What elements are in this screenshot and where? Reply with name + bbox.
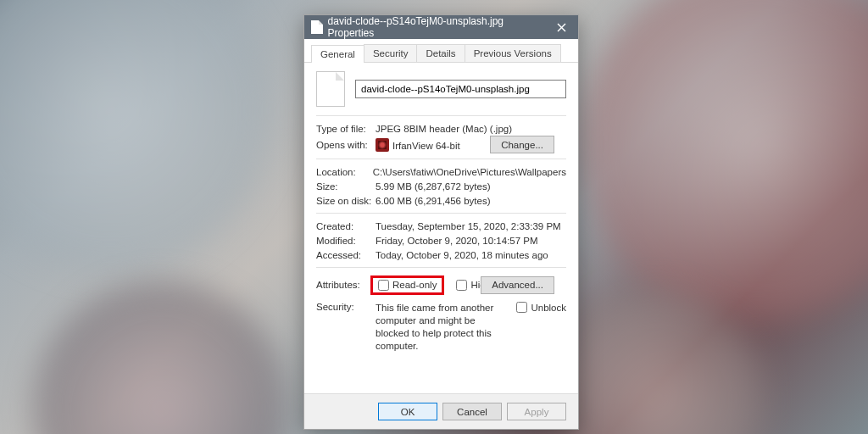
security-text: This file came from another computer and… xyxy=(376,302,503,353)
label-attributes: Attributes: xyxy=(316,280,376,290)
close-button[interactable] xyxy=(545,15,578,39)
label-sizeondisk: Size on disk: xyxy=(316,196,376,206)
unblock-checkbox[interactable] xyxy=(516,302,527,313)
label-created: Created: xyxy=(316,221,376,231)
tab-previous-versions[interactable]: Previous Versions xyxy=(465,44,561,62)
value-location: C:\Users\fatiw\OneDrive\Pictures\Wallpap… xyxy=(373,167,566,177)
apply-button[interactable]: Apply xyxy=(507,403,566,420)
value-typeoffile: JPEG 8BIM header (Mac) (.jpg) xyxy=(376,124,566,134)
label-size: Size: xyxy=(316,181,376,192)
tab-general[interactable]: General xyxy=(311,45,364,63)
value-created: Tuesday, September 15, 2020, 2:33:39 PM xyxy=(376,221,566,231)
value-accessed: Today, October 9, 2020, 18 minutes ago xyxy=(376,250,566,260)
filename-input[interactable] xyxy=(355,80,566,98)
label-accessed: Accessed: xyxy=(316,250,376,260)
irfanview-icon xyxy=(376,138,389,152)
close-icon xyxy=(557,23,566,32)
label-modified: Modified: xyxy=(316,236,376,246)
tab-details[interactable]: Details xyxy=(416,44,465,62)
dialog-footer: OK Cancel Apply xyxy=(304,393,578,429)
file-type-icon xyxy=(316,71,345,107)
change-button[interactable]: Change... xyxy=(490,136,554,153)
label-security: Security: xyxy=(316,302,376,312)
properties-dialog: david-clode--pS14oTejM0-unsplash.jpg Pro… xyxy=(303,14,579,430)
value-modified: Friday, October 9, 2020, 10:14:57 PM xyxy=(376,236,566,246)
hidden-checkbox[interactable] xyxy=(456,280,467,291)
unblock-label: Unblock xyxy=(531,303,566,313)
readonly-highlight: Read-only xyxy=(370,275,444,295)
value-size: 5.99 MB (6,287,672 bytes) xyxy=(376,181,566,192)
tabstrip: General Security Details Previous Versio… xyxy=(304,39,578,63)
ok-button[interactable]: OK xyxy=(378,403,437,420)
cancel-button[interactable]: Cancel xyxy=(442,403,502,420)
advanced-button[interactable]: Advanced... xyxy=(481,276,554,294)
label-typeoffile: Type of file: xyxy=(316,124,376,134)
label-location: Location: xyxy=(316,167,373,177)
value-sizeondisk: 6.00 MB (6,291,456 bytes) xyxy=(376,196,566,206)
window-title: david-clode--pS14oTejM0-unsplash.jpg Pro… xyxy=(328,15,546,39)
label-openswith: Opens with: xyxy=(316,140,376,150)
titlebar[interactable]: david-clode--pS14oTejM0-unsplash.jpg Pro… xyxy=(304,15,578,39)
file-icon xyxy=(311,20,323,34)
readonly-label: Read-only xyxy=(392,280,437,290)
tab-content: Type of file: JPEG 8BIM header (Mac) (.j… xyxy=(304,63,578,358)
tab-security[interactable]: Security xyxy=(364,44,418,62)
readonly-checkbox[interactable] xyxy=(378,280,389,291)
